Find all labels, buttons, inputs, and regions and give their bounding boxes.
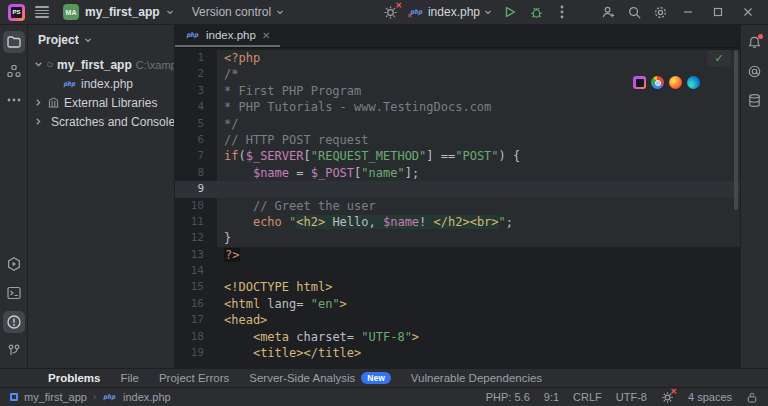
code-line-text[interactable] xyxy=(217,263,740,279)
code-with-me-icon[interactable] xyxy=(596,1,620,23)
code-line-text[interactable]: <?php xyxy=(217,50,740,66)
main-menu-icon[interactable] xyxy=(35,2,49,22)
line-number[interactable]: 19 xyxy=(175,345,217,361)
code-line[interactable]: 5*/ xyxy=(175,116,740,132)
line-number[interactable]: 16 xyxy=(175,296,217,312)
services-tool-icon[interactable] xyxy=(3,253,25,275)
line-number[interactable]: 17 xyxy=(175,312,217,328)
problems-tool-icon[interactable] xyxy=(3,311,25,333)
line-number[interactable]: 15 xyxy=(175,279,217,295)
debug-button[interactable] xyxy=(524,1,548,23)
inspection-status-widget[interactable]: ✓ xyxy=(707,50,731,67)
code-line[interactable]: 18 <meta charset= "UTF-8"> xyxy=(175,329,740,345)
problems-tab-server-side-analysis[interactable]: Server-Side AnalysisNew xyxy=(239,372,401,384)
unlock-icon[interactable] xyxy=(746,391,758,404)
terminal-tool-icon[interactable] xyxy=(3,282,25,304)
code-line[interactable]: 8 $name = $_POST["name"]; xyxy=(175,165,740,181)
code-line[interactable]: 10 // Greet the user xyxy=(175,198,740,214)
line-number[interactable]: 7 xyxy=(175,148,217,164)
code-line[interactable]: 19 <title></title> xyxy=(175,345,740,361)
firefox-icon[interactable] xyxy=(669,76,682,89)
code-line[interactable]: 4* PHP Tutorials - www.TestingDocs.com xyxy=(175,99,740,115)
run-configuration-selector[interactable]: php✕ index.php xyxy=(405,5,496,19)
code-line[interactable]: 17<head> xyxy=(175,312,740,328)
problems-tab-file[interactable]: File xyxy=(110,372,149,384)
line-number[interactable]: 6 xyxy=(175,132,217,148)
line-number[interactable]: 5 xyxy=(175,116,217,132)
code-line-text[interactable]: <meta charset= "UTF-8"> xyxy=(217,329,740,345)
tree-row-external-libraries[interactable]: External Libraries xyxy=(28,93,174,112)
code-line-text[interactable]: $name = $_POST["name"]; xyxy=(217,165,740,181)
code-line-text[interactable]: <title></title> xyxy=(217,345,740,361)
interpreter-error-gear-icon[interactable]: ✕ xyxy=(379,1,403,23)
line-number[interactable]: 3 xyxy=(175,83,217,99)
editor-tab-index-php[interactable]: php index.php ✕ xyxy=(175,25,280,47)
line-number[interactable]: 18 xyxy=(175,329,217,345)
maximize-button[interactable] xyxy=(704,1,732,23)
problems-tab-problems[interactable]: Problems xyxy=(38,372,110,384)
code-line[interactable]: 12} xyxy=(175,230,740,246)
breadcrumb-project[interactable]: my_first_app xyxy=(24,391,87,403)
database-tool-icon[interactable] xyxy=(744,89,766,111)
edge-icon[interactable] xyxy=(687,76,700,89)
code-line-text[interactable]: <html lang= "en"> xyxy=(217,296,740,312)
settings-gear-icon[interactable] xyxy=(648,1,672,23)
breadcrumb-file[interactable]: index.php xyxy=(123,391,171,403)
line-separator-widget[interactable]: CRLF xyxy=(573,391,602,403)
line-number[interactable]: 2 xyxy=(175,66,217,82)
php-version-widget[interactable]: PHP: 5.6 xyxy=(486,391,530,403)
code-line-text[interactable]: ?> xyxy=(217,247,740,263)
problems-tab-project-errors[interactable]: Project Errors xyxy=(149,372,239,384)
tree-row-index-php[interactable]: php index.php xyxy=(28,74,174,93)
problems-tab-vulnerable-dependencies[interactable]: Vulnerable Dependencies xyxy=(401,372,552,384)
code-line-text[interactable]: echo "<h2> Hello, $name! </h2><br>"; xyxy=(217,214,740,230)
search-everywhere-icon[interactable] xyxy=(622,1,646,23)
code-line[interactable]: 15<!DOCTYPE html> xyxy=(175,279,740,295)
code-line-text[interactable]: */ xyxy=(217,116,740,132)
code-line-text[interactable]: * PHP Tutorials - www.TestingDocs.com xyxy=(217,99,740,115)
tab-close-icon[interactable]: ✕ xyxy=(262,30,270,41)
chrome-icon[interactable] xyxy=(651,76,664,89)
ai-assistant-icon[interactable] xyxy=(744,60,766,82)
code-line[interactable]: 16<html lang= "en"> xyxy=(175,296,740,312)
caret-position-widget[interactable]: 9:1 xyxy=(544,391,559,403)
structure-tool-icon[interactable] xyxy=(3,60,25,82)
indent-widget[interactable]: 4 spaces xyxy=(688,391,732,403)
interpreter-error-gear-icon[interactable]: ✕ xyxy=(661,391,674,404)
code-editor[interactable]: 1<?php2/*3* First PHP Program4* PHP Tuto… xyxy=(175,48,740,368)
line-number[interactable]: 9 xyxy=(175,181,217,197)
close-button[interactable] xyxy=(734,1,762,23)
vcs-widget[interactable]: Version control xyxy=(188,3,288,21)
line-number[interactable]: 8 xyxy=(175,165,217,181)
code-line-text[interactable]: } xyxy=(217,230,740,246)
version-control-tool-icon[interactable] xyxy=(3,340,25,362)
code-line[interactable]: 7if($_SERVER["REQUEST_METHOD"] =="POST")… xyxy=(175,148,740,164)
encoding-widget[interactable]: UTF-8 xyxy=(616,391,647,403)
line-number[interactable]: 14 xyxy=(175,263,217,279)
code-line[interactable]: 13?> xyxy=(175,247,740,263)
notifications-bell-icon[interactable] xyxy=(744,31,766,53)
run-button[interactable] xyxy=(498,1,522,23)
line-number[interactable]: 11 xyxy=(175,214,217,230)
project-panel-header[interactable]: Project xyxy=(28,29,174,55)
code-line[interactable]: 6// HTTP POST request xyxy=(175,132,740,148)
tree-row-scratches[interactable]: Scratches and Consoles xyxy=(28,112,174,131)
code-line-text[interactable] xyxy=(217,181,740,197)
line-number[interactable]: 12 xyxy=(175,230,217,246)
code-line[interactable]: 9 xyxy=(175,181,740,197)
code-line-text[interactable]: // HTTP POST request xyxy=(217,132,740,148)
code-line[interactable]: 1<?php xyxy=(175,50,740,66)
line-number[interactable]: 4 xyxy=(175,99,217,115)
editor-scrollbar[interactable] xyxy=(734,50,738,210)
line-number[interactable]: 10 xyxy=(175,198,217,214)
code-line[interactable]: 11 echo "<h2> Hello, $name! </h2><br>"; xyxy=(175,214,740,230)
project-widget[interactable]: MA my_first_app xyxy=(59,2,178,22)
code-line-text[interactable]: if($_SERVER["REQUEST_METHOD"] =="POST") … xyxy=(217,148,740,164)
code-line[interactable]: 14 xyxy=(175,263,740,279)
tree-row-root[interactable]: my_first_app C:\xampp\htdocs xyxy=(28,55,174,74)
phpstorm-preview-icon[interactable] xyxy=(633,76,646,89)
line-number[interactable]: 13 xyxy=(175,247,217,263)
code-line-text[interactable]: <!DOCTYPE html> xyxy=(217,279,740,295)
minimize-button[interactable] xyxy=(674,1,702,23)
code-line-text[interactable]: // Greet the user xyxy=(217,198,740,214)
